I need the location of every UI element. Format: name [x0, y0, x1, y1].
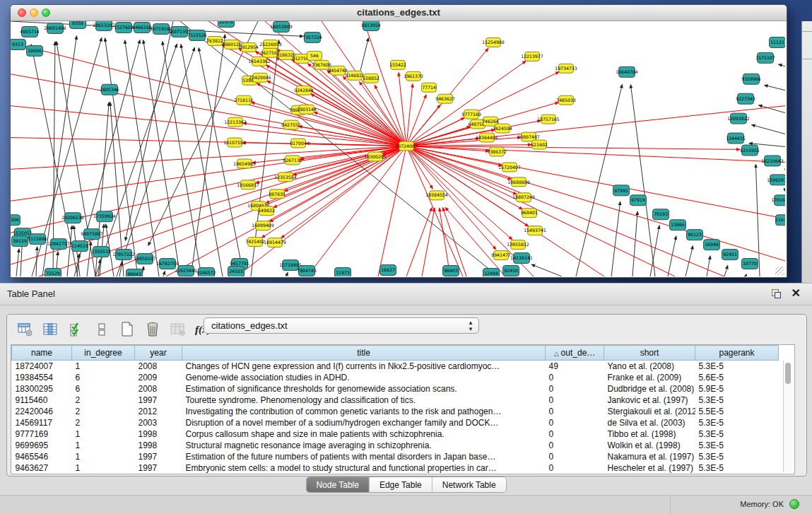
graph-node[interactable] [512, 177, 526, 187]
graph-node[interactable] [30, 234, 46, 245]
graph-node[interactable] [208, 36, 223, 45]
graph-node[interactable] [300, 105, 314, 114]
graph-node[interactable] [704, 240, 720, 250]
graph-node[interactable] [299, 266, 315, 276]
graph-node[interactable] [116, 22, 132, 33]
graph-node[interactable] [178, 266, 194, 276]
graph-edge[interactable] [311, 94, 406, 146]
table-cell[interactable]: 2009 [135, 372, 182, 383]
graph-node[interactable] [613, 185, 630, 196]
table-cell[interactable]: 0 [546, 406, 604, 417]
graph-node[interactable] [522, 209, 537, 218]
table-cell[interactable]: Structural magnetic resonance image aver… [182, 440, 546, 451]
graph-node[interactable] [731, 113, 747, 124]
close-panel-icon[interactable]: ✕ [792, 286, 801, 300]
graph-node[interactable] [765, 156, 781, 166]
graph-edge[interactable] [630, 85, 655, 276]
graph-node[interactable] [291, 139, 306, 148]
graph-node[interactable] [503, 266, 519, 276]
table-cell[interactable]: 1998 [135, 440, 182, 451]
graph-node[interactable] [263, 48, 278, 57]
column-header-name[interactable]: name [12, 346, 72, 361]
graph-node[interactable] [559, 64, 574, 73]
graph-node[interactable] [559, 95, 574, 105]
table-cell[interactable]: 5.3E-5 [695, 361, 779, 373]
table-cell[interactable]: 0 [546, 428, 604, 440]
graph-node[interactable] [51, 239, 67, 250]
table-cell[interactable]: Hescheler et al. (1997) [604, 462, 695, 474]
graph-node[interactable] [284, 120, 299, 129]
graph-node[interactable] [252, 57, 267, 66]
graph-node[interactable] [241, 180, 256, 189]
graph-node[interactable] [770, 37, 786, 47]
table-cell[interactable]: Genome-wide association studies in ADHD. [182, 372, 546, 383]
graph-edge[interactable] [765, 85, 785, 90]
table-cell[interactable]: 18300295 [12, 383, 72, 395]
table-row[interactable]: 1830029562008Estimation of significance … [12, 383, 779, 395]
graph-node[interactable] [687, 230, 703, 240]
graph-node[interactable] [514, 253, 530, 264]
graph-edge[interactable] [105, 38, 138, 276]
graph-node[interactable] [776, 215, 786, 226]
table-cell[interactable]: 1997 [135, 395, 182, 406]
graph-node[interactable] [511, 240, 526, 250]
table-cell[interactable]: 22420046 [12, 406, 72, 417]
graph-node[interactable] [525, 52, 540, 61]
graph-edge[interactable] [746, 274, 746, 276]
memory-status-indicator[interactable] [789, 499, 799, 509]
graph-edge[interactable] [632, 211, 637, 276]
row-height-icon[interactable] [93, 321, 110, 338]
table-cell[interactable]: Disruption of a novel member of a sodium… [182, 417, 546, 428]
table-cell[interactable]: Tibbo et al. (1998) [604, 428, 695, 440]
graph-node[interactable] [256, 221, 271, 230]
results-panel-edge[interactable] [801, 21, 812, 283]
graph-edge[interactable] [360, 38, 368, 71]
column-header-in_degree[interactable]: in_degree [72, 346, 135, 361]
graph-edge[interactable] [707, 256, 710, 276]
table-cell[interactable]: 5.3E-5 [695, 417, 779, 428]
float-panel-icon[interactable] [772, 289, 781, 298]
graph-node[interactable] [259, 206, 274, 216]
graph-node[interactable] [72, 241, 88, 252]
table-row[interactable]: 1456911722003Disruption of a novel membe… [12, 417, 779, 428]
table-cell[interactable]: Tourette syndrome. Phenomenology and cla… [182, 395, 546, 406]
graph-edge[interactable] [11, 146, 406, 265]
column-header-year[interactable]: year [135, 346, 182, 361]
graph-node[interactable] [483, 269, 500, 276]
table-cell[interactable]: 5.3E-5 [695, 440, 779, 451]
graph-node[interactable] [541, 115, 556, 124]
table-row[interactable]: 2242004622012Investigating the contribut… [12, 406, 779, 417]
graph-node[interactable] [134, 22, 151, 33]
graph-edge[interactable] [752, 125, 785, 134]
table-cell[interactable]: 2012 [135, 406, 182, 417]
graph-node[interactable] [93, 247, 110, 257]
network-view[interactable]: 1872400718300295193845547638228660128891… [11, 21, 785, 276]
graph-node[interactable] [443, 266, 459, 276]
table-cell[interactable]: 2 [72, 395, 135, 406]
graph-node[interactable] [348, 71, 363, 80]
graph-node[interactable] [45, 269, 61, 276]
table-cell[interactable]: 1997 [135, 462, 182, 474]
graph-node[interactable] [532, 140, 547, 149]
graph-edge[interactable] [166, 146, 406, 276]
table-cell[interactable]: Stergiakouli et al. (2012) [604, 406, 695, 417]
graph-node[interactable] [218, 21, 235, 27]
table-cell[interactable]: 5.3E-5 [695, 462, 779, 474]
graph-node[interactable] [742, 259, 758, 269]
graph-node[interactable] [264, 40, 278, 49]
graph-node[interactable] [670, 220, 686, 230]
table-cell[interactable]: 2 [72, 417, 135, 428]
table-cell[interactable]: de Silva et al. (2003) [604, 417, 695, 428]
graph-node[interactable] [380, 265, 396, 276]
table-cell[interactable]: 5.3E-5 [695, 428, 779, 440]
graph-node[interactable] [225, 40, 240, 49]
graph-node[interactable] [368, 152, 383, 161]
graph-node[interactable] [84, 229, 100, 240]
graph-node[interactable] [770, 175, 786, 185]
graph-edge[interactable] [406, 146, 675, 276]
graph-edge[interactable] [143, 40, 180, 276]
graph-node[interactable] [273, 21, 290, 32]
graph-node[interactable] [494, 251, 509, 260]
table-cell[interactable]: 5.6E-5 [695, 372, 779, 383]
graph-node[interactable] [237, 95, 252, 105]
